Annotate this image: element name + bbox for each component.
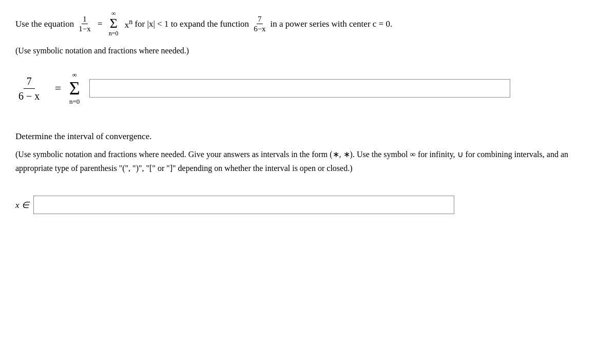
sigma-bottom-header: n=0	[109, 30, 119, 37]
intro-text: Use the equation	[15, 17, 74, 31]
fraction2-denominator: 6−x	[253, 24, 266, 33]
interval-label: x ∈	[15, 200, 29, 210]
fraction-7-over-6minusx: 7 6−x	[253, 14, 266, 33]
hint-text-1: (Use symbolic notation and fractions whe…	[15, 46, 601, 55]
equals-sign-2: =	[52, 82, 64, 95]
interval-answer-input[interactable]	[33, 196, 454, 214]
sigma-answer-bottom: n=0	[69, 98, 80, 106]
fraction-1-over-1minusx: 1 1−x	[78, 14, 91, 33]
big-fraction-denominator: 6 − x	[15, 89, 43, 103]
fraction2-numerator: 7	[257, 14, 263, 24]
sigma-symbol-header: Σ	[110, 17, 118, 30]
power-series-answer-input[interactable]	[89, 79, 510, 98]
equals-sign-1: =	[95, 17, 105, 31]
fraction1-numerator: 1	[82, 14, 88, 24]
interval-section: x ∈	[15, 196, 601, 214]
section-title-convergence: Determine the interval of convergence.	[15, 131, 601, 142]
answer-row-1: 7 6 − x = ∞ Σ n=0	[15, 71, 601, 106]
fraction1-denominator: 1−x	[78, 24, 91, 33]
condition-text: for |x| < 1 to expand the function	[134, 17, 249, 31]
sigma-answer-symbol: Σ	[69, 79, 80, 98]
sigma-block-answer: ∞ Σ n=0	[69, 71, 80, 106]
sigma-notation-header: ∞ Σ n=0	[109, 10, 119, 37]
xn-expression: xn	[123, 16, 133, 32]
big-fraction-numerator: 7	[24, 74, 35, 89]
problem-statement: Use the equation 1 1−x = ∞ Σ n=0 xn for …	[15, 10, 601, 37]
instructions-convergence: (Use symbolic notation and fractions whe…	[15, 148, 580, 175]
tail-text: in a power series with center c = 0.	[271, 17, 393, 31]
